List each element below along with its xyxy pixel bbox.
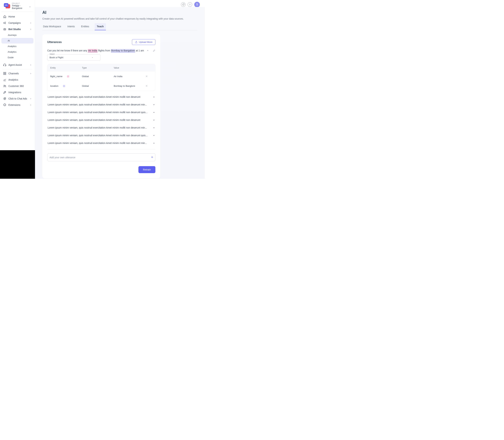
utterance-text: Lorem ipsum minim veniam, quis nostrud e… (48, 103, 147, 106)
add-utterance-input[interactable] (50, 156, 151, 159)
tab-teach[interactable]: Teach (95, 23, 106, 30)
sidebar-item-label: Customer 360 (8, 85, 24, 87)
sidebar-sub-analytics-2[interactable]: Analytics (1, 49, 33, 55)
tab-bar: Data Workspace Intents Entities Teach (42, 23, 197, 30)
utterance-text: Lorem ipsum minim veniam, quis nostrud e… (48, 111, 147, 114)
svg-rect-7 (3, 74, 4, 75)
sidebar-item-bot-studio[interactable]: Bot Studio (1, 26, 33, 32)
sidebar-item-label: Home (8, 15, 15, 18)
intent-value: Book a Flight (50, 56, 63, 59)
svg-point-9 (4, 85, 5, 86)
sidebar-item-label: Agent Assist (8, 64, 22, 66)
entity-highlight-flight: Air India (88, 49, 98, 53)
utterance-text: Can you let me know if there are any Air… (47, 49, 144, 52)
remove-entity-button[interactable]: ✕ (145, 84, 152, 88)
sidebar-item-customer-360[interactable]: Customer 360 (1, 83, 33, 89)
svg-point-2 (5, 29, 5, 29)
sidebar-sub-ai[interactable]: AI (1, 38, 33, 43)
chevron-down-icon (153, 111, 155, 113)
col-entity: Entity (50, 67, 82, 69)
sidebar-item-agent-assist[interactable]: Agent Assist (1, 62, 33, 68)
remove-entity-button[interactable]: ✕ (145, 75, 152, 78)
utterance-collapsed-row[interactable]: Lorem ipsum minim veniam, quis nostrud e… (47, 139, 155, 147)
sidebar-item-label: Guide (8, 56, 14, 59)
svg-point-10 (5, 85, 6, 86)
primary-nav: Home Campaigns Bot Studio Journeys AI An… (0, 13, 35, 163)
intent-select[interactable]: Intent Book a Flight (47, 55, 101, 60)
entity-type: Global (82, 85, 114, 87)
sidebar-item-label: Journeys (8, 34, 17, 36)
svg-rect-4 (6, 65, 6, 66)
user-avatar[interactable]: S (194, 2, 200, 7)
utterance-text: Lorem ipsum minim veniam, quis nostrud e… (48, 96, 140, 98)
svg-rect-3 (3, 65, 4, 66)
entity-row: flight_name Global Air India ✕ (47, 71, 155, 81)
svg-point-1 (4, 29, 5, 29)
entity-name: flight_name (50, 75, 62, 78)
utterance-collapsed-row[interactable]: Lorem ipsum minim veniam, quis nostrud e… (47, 101, 155, 109)
sidebar-sub-guide[interactable]: Guide (1, 55, 33, 60)
tab-intents[interactable]: Intents (67, 23, 75, 30)
sidebar-item-label: Extensions (8, 104, 20, 106)
collapse-utterance-button[interactable] (146, 49, 149, 52)
entity-color-chip (67, 75, 69, 78)
help-button[interactable] (187, 2, 192, 7)
sidebar-item-integrations[interactable]: Integrations (1, 89, 33, 96)
entity-name: location (50, 85, 58, 87)
utterance-collapsed-row[interactable]: Lorem ipsum minim veniam, quis nostrud e… (47, 109, 155, 116)
add-utterance-button[interactable]: + (151, 155, 153, 159)
sidebar-item-label: Bot Studio (8, 28, 21, 31)
upload-icon (135, 41, 138, 43)
entity-row: location Global Bombay to Banglore ✕ (47, 81, 155, 91)
col-value: Value (114, 67, 145, 69)
feedback-button[interactable] (181, 2, 186, 7)
sidebar-item-home[interactable]: Home (1, 14, 33, 20)
utterance-collapsed-row[interactable]: Lorem ipsum minim veniam, quis nostrud e… (47, 124, 155, 132)
utterance-text: Lorem ipsum minim veniam, quis nostrud e… (48, 142, 147, 144)
megaphone-icon (3, 21, 6, 25)
utterances-title: Utterances (47, 41, 62, 44)
divider (47, 149, 155, 150)
chevron-right-icon (30, 98, 32, 100)
chevron-right-icon (30, 64, 32, 66)
dropdown-caret-icon (91, 57, 93, 58)
bottom-overlay-block (0, 150, 35, 179)
sidebar-item-extensions[interactable]: Extensions (1, 102, 33, 108)
entity-type: Global (82, 75, 114, 78)
upload-label: Upload More (139, 41, 152, 43)
chevron-down-icon (153, 142, 155, 144)
bot-icon (3, 28, 6, 31)
chevron-down-icon (153, 119, 155, 121)
sidebar-item-label: Analytics (8, 51, 16, 53)
sidebar-item-analytics[interactable]: Analytics (1, 77, 33, 83)
utterance-collapsed-row[interactable]: Lorem ipsum minim veniam, quis nostrud e… (47, 93, 155, 101)
app-logo-icon (4, 3, 10, 9)
chevron-right-icon (30, 28, 32, 30)
edit-utterance-button[interactable] (153, 49, 155, 52)
utterance-collapsed-row[interactable]: Lorem ipsum minim veniam, quis nostrud e… (47, 116, 155, 124)
utterance-collapsed-row[interactable]: Lorem ipsum minim veniam, quis nostrud e… (47, 132, 155, 139)
add-utterance-field[interactable]: + (47, 153, 155, 161)
page-description: Create your own AI powered workflows and… (42, 17, 197, 20)
entity-value: Bombay to Banglore (114, 85, 145, 87)
page-title: AI (42, 10, 197, 15)
puzzle-icon (3, 103, 6, 107)
sidebar-sub-journeys[interactable]: Journeys (1, 32, 33, 38)
tab-entities[interactable]: Entities (80, 23, 90, 30)
sidebar-item-click-to-chat-ads[interactable]: Click to Chat Ads (1, 96, 33, 102)
utterance-text: Lorem ipsum minim veniam, quis nostrud e… (48, 119, 140, 121)
project-switcher[interactable]: PROJECT Swiggy - Bangalore (1, 0, 33, 12)
headset-icon (3, 63, 6, 67)
target-icon (3, 97, 6, 100)
sidebar-sub-analytics-1[interactable]: Analytics (1, 43, 33, 49)
intent-field-label: Intent (49, 53, 55, 55)
retrain-button[interactable]: Retrain (138, 166, 155, 173)
sidebar-item-campaigns[interactable]: Campaigns (1, 20, 33, 26)
chevron-down-icon (29, 6, 31, 8)
upload-more-button[interactable]: Upload More (132, 39, 155, 45)
utterance-text: Lorem ipsum minim veniam, quis nostrud e… (48, 134, 147, 137)
sidebar-item-channels[interactable]: Channels (1, 70, 33, 77)
sidebar-item-label: Analytics (8, 78, 18, 81)
chart-icon (3, 78, 6, 81)
tab-data-workspace[interactable]: Data Workspace (42, 23, 62, 30)
